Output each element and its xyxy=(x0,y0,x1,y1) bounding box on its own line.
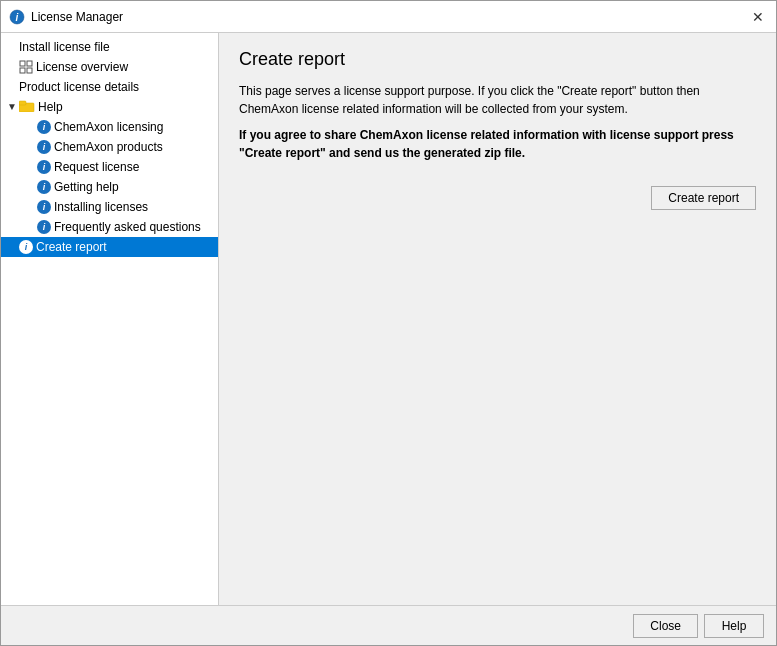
window-title: License Manager xyxy=(31,10,748,24)
expand-icon: ▼ xyxy=(5,100,19,114)
sidebar-item-label: Product license details xyxy=(19,80,139,94)
info-icon: i xyxy=(37,180,51,194)
sidebar-item-product-license-details[interactable]: Product license details xyxy=(1,77,218,97)
info-icon: i xyxy=(37,120,51,134)
svg-rect-3 xyxy=(27,61,32,66)
sidebar-item-label: Create report xyxy=(36,240,107,254)
folder-icon xyxy=(19,99,35,115)
sidebar-item-label: Frequently asked questions xyxy=(54,220,201,234)
sidebar-item-label: ChemAxon licensing xyxy=(54,120,163,134)
svg-rect-5 xyxy=(27,68,32,73)
info-icon: i xyxy=(37,200,51,214)
sidebar-item-label: Install license file xyxy=(19,40,110,54)
svg-rect-7 xyxy=(19,101,26,105)
sidebar-item-getting-help[interactable]: i Getting help xyxy=(1,177,218,197)
sidebar-item-label: Request license xyxy=(54,160,139,174)
description-text-2: If you agree to share ChemAxon license r… xyxy=(239,126,756,162)
sidebar-item-chemaxon-products[interactable]: i ChemAxon products xyxy=(1,137,218,157)
description-text-1: This page serves a license support purpo… xyxy=(239,82,756,118)
help-button[interactable]: Help xyxy=(704,614,764,638)
window-icon: i xyxy=(9,9,25,25)
sidebar-item-label: Help xyxy=(38,100,63,114)
close-button[interactable]: Close xyxy=(633,614,698,638)
grid-icon xyxy=(19,60,33,74)
info-icon: i xyxy=(37,140,51,154)
license-manager-window: i License Manager ✕ Install license file xyxy=(0,0,777,646)
close-window-button[interactable]: ✕ xyxy=(748,7,768,27)
sidebar-item-installing-licenses[interactable]: i Installing licenses xyxy=(1,197,218,217)
footer: Close Help xyxy=(1,605,776,645)
info-icon: i xyxy=(37,220,51,234)
sidebar-item-chemaxon-licensing[interactable]: i ChemAxon licensing xyxy=(1,117,218,137)
sidebar-item-create-report[interactable]: i Create report xyxy=(1,237,218,257)
sidebar-item-label: License overview xyxy=(36,60,128,74)
expand-placeholder-icon xyxy=(5,60,19,74)
page-title: Create report xyxy=(239,49,756,70)
sidebar-item-label: ChemAxon products xyxy=(54,140,163,154)
svg-rect-2 xyxy=(20,61,25,66)
expand-placeholder-icon xyxy=(5,40,19,54)
info-icon: i xyxy=(37,160,51,174)
svg-rect-4 xyxy=(20,68,25,73)
sidebar-item-request-license[interactable]: i Request license xyxy=(1,157,218,177)
sidebar-item-install-license-file[interactable]: Install license file xyxy=(1,37,218,57)
create-report-button-row: Create report xyxy=(239,170,756,210)
expand-placeholder-icon xyxy=(5,80,19,94)
sidebar-item-label: Getting help xyxy=(54,180,119,194)
sidebar: Install license file License overview xyxy=(1,33,219,605)
info-icon: i xyxy=(19,240,33,254)
sidebar-item-faq[interactable]: i Frequently asked questions xyxy=(1,217,218,237)
create-report-button[interactable]: Create report xyxy=(651,186,756,210)
sidebar-item-label: Installing licenses xyxy=(54,200,148,214)
sidebar-item-license-overview[interactable]: License overview xyxy=(1,57,218,77)
sidebar-item-help[interactable]: ▼ Help xyxy=(1,97,218,117)
expand-placeholder-icon xyxy=(5,240,19,254)
content-area: Install license file License overview xyxy=(1,33,776,605)
main-content: Create report This page serves a license… xyxy=(219,33,776,605)
title-bar: i License Manager ✕ xyxy=(1,1,776,33)
svg-text:i: i xyxy=(16,12,19,23)
